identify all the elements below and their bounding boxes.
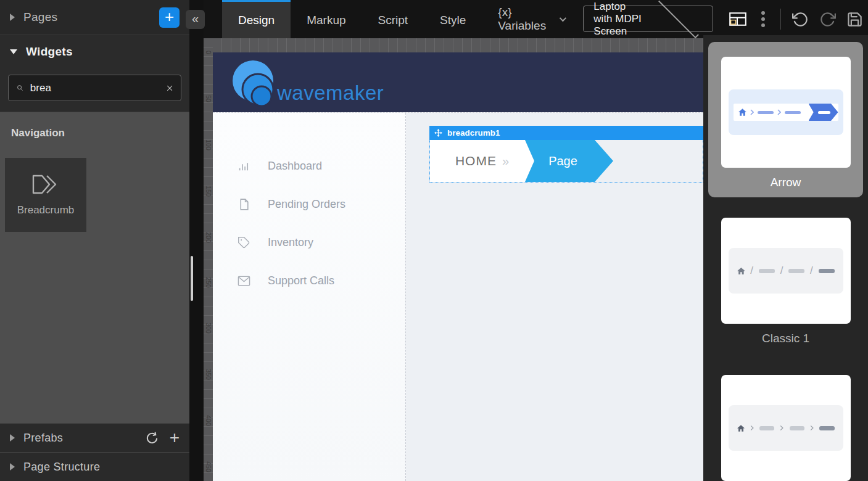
style-card-arrow[interactable] — [721, 57, 851, 168]
undo-icon — [792, 11, 809, 28]
arrow-style-preview — [729, 89, 843, 135]
style-option-label: Arrow — [771, 176, 801, 189]
chevron-right-icon — [810, 424, 814, 432]
widget-style-panel: Arrow / / / Classic 1 — [703, 35, 868, 481]
selected-widget-name: breadcrumb1 — [447, 128, 500, 138]
selected-widget-label-bar[interactable]: breadcrumb1 — [429, 126, 703, 140]
widgets-section-header[interactable]: Widgets — [0, 35, 189, 68]
studio-toolbar: Design Markup Script Style {x} Variables… — [204, 0, 868, 38]
chevron-right-icon — [750, 109, 754, 115]
ruler-label: 400 — [204, 411, 213, 430]
slash-separator: / — [750, 265, 753, 277]
breadcrumb-item-label: HOME — [455, 154, 497, 168]
breadcrumb-widget-tile[interactable]: Breadcrumb — [5, 158, 86, 232]
menu-item-label: Pending Orders — [268, 198, 345, 211]
pages-section-header[interactable]: Pages + — [0, 0, 189, 35]
add-page-button[interactable]: + — [159, 7, 180, 28]
menu-item-dashboard[interactable]: Dashboard — [213, 147, 405, 185]
navigation-category-label: Navigation — [5, 127, 184, 139]
chevron-down-icon — [10, 49, 17, 54]
envelope-icon — [238, 274, 250, 287]
home-icon — [737, 267, 745, 275]
search-icon — [17, 83, 23, 93]
device-selector[interactable]: Laptop with MDPI Screen — [583, 6, 713, 32]
style-option-classic1[interactable]: / / / — [721, 218, 851, 324]
prefabs-section-header[interactable]: Prefabs + — [0, 423, 189, 452]
refresh-icon[interactable] — [145, 431, 159, 445]
editor-tabs: Design Markup Script Style — [222, 0, 482, 38]
tab-design[interactable]: Design — [222, 0, 291, 38]
classic1-style-preview: / / / — [729, 248, 843, 294]
wavemaker-logo-icon — [231, 58, 275, 109]
chevron-right-icon — [10, 463, 15, 471]
panel-scrollbar[interactable] — [191, 256, 193, 301]
redo-icon — [819, 11, 836, 28]
home-icon — [737, 424, 745, 432]
menu-item-label: Support Calls — [268, 274, 334, 287]
breadcrumb-item-home[interactable]: HOME » — [430, 140, 534, 182]
style-option-arrow[interactable]: Arrow — [708, 42, 863, 197]
widget-palette-panel: Pages + Widgets Navigation — [0, 0, 189, 481]
slash-separator: / — [780, 265, 783, 277]
tab-script[interactable]: Script — [362, 0, 424, 38]
panel-gutter — [189, 0, 204, 481]
variables-menu[interactable]: {x} Variables — [498, 0, 564, 38]
chevron-down-icon — [658, 0, 699, 38]
page-structure-section-header[interactable]: Page Structure — [0, 452, 189, 481]
chevron-right-icon — [10, 434, 15, 442]
menu-item-pending-orders[interactable]: Pending Orders — [213, 185, 405, 223]
breadcrumb-widget[interactable]: HOME » Page — [429, 140, 703, 183]
breadcrumb-widget-selection[interactable]: breadcrumb1 HOME » Page — [429, 126, 703, 183]
chevron-right-icon — [10, 14, 15, 21]
ruler-label: 0 — [204, 43, 213, 62]
breadcrumb-tile-label: Breadcrumb — [17, 204, 75, 216]
breadcrumb-icon — [31, 174, 60, 195]
add-prefab-button[interactable]: + — [170, 430, 180, 445]
redo-button[interactable] — [814, 4, 841, 34]
collapse-panel-button[interactable]: « — [186, 10, 205, 29]
slash-separator: / — [810, 265, 813, 277]
save-button[interactable] — [841, 4, 868, 34]
variables-label: {x} Variables — [498, 6, 553, 33]
pages-section-label: Pages — [23, 10, 57, 24]
widget-search-box[interactable] — [8, 75, 181, 101]
widget-search-input[interactable] — [30, 82, 167, 94]
tab-markup[interactable]: Markup — [291, 0, 362, 38]
style-option-third[interactable] — [721, 375, 851, 481]
home-icon — [738, 109, 746, 116]
breadcrumb-item-label: Page — [548, 154, 577, 168]
menu-item-inventory[interactable]: Inventory — [213, 223, 405, 261]
document-icon — [238, 198, 250, 211]
save-icon — [846, 11, 863, 28]
ruler-label: 300 — [204, 319, 213, 338]
app-body: Dashboard Pending Orders Inventory — [213, 112, 703, 481]
device-selector-value: Laptop with MDPI Screen — [593, 1, 645, 38]
menu-item-support-calls[interactable]: Support Calls — [213, 261, 405, 300]
undo-button[interactable] — [787, 4, 814, 34]
move-icon[interactable] — [434, 129, 442, 137]
wavemaker-studio: Pages + Widgets Navigation — [0, 0, 868, 481]
prefabs-section-label: Prefabs — [23, 432, 63, 445]
bar-chart-icon — [238, 160, 250, 173]
ruler-label: 50 — [204, 89, 213, 109]
menu-item-label: Inventory — [268, 236, 313, 249]
chevron-down-icon — [560, 15, 566, 22]
ruler-label: 150 — [204, 182, 213, 201]
tab-style[interactable]: Style — [424, 0, 482, 38]
breadcrumb-separator: » — [502, 154, 509, 168]
more-options-button[interactable] — [751, 4, 775, 34]
widgets-section-label: Widgets — [26, 45, 73, 59]
ruler-label: 250 — [204, 273, 213, 292]
horizontal-ruler — [213, 38, 703, 52]
toolbar-divider — [780, 9, 781, 30]
tag-icon — [238, 236, 250, 249]
kebab-menu-icon — [761, 11, 765, 27]
app-header: wavemaker — [213, 52, 703, 112]
toolbar-icons — [724, 0, 868, 38]
layout-panel-button[interactable] — [724, 4, 751, 34]
clear-search-icon[interactable] — [167, 83, 173, 93]
design-canvas: 0 50 100 150 200 250 300 350 400 450 wav… — [204, 38, 703, 481]
ruler-label: 350 — [204, 365, 213, 384]
brand-name: wavemaker — [277, 81, 384, 105]
breadcrumb-item-page[interactable]: Page — [525, 140, 613, 182]
